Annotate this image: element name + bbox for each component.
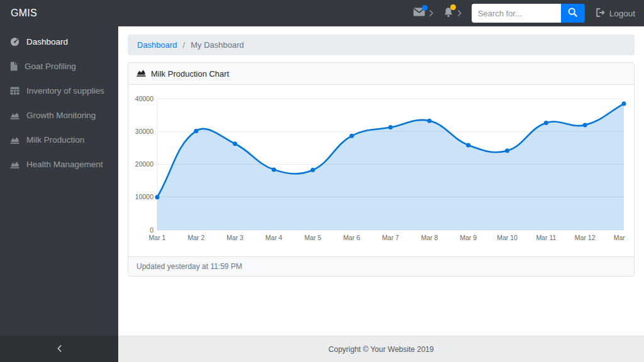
sign-out-icon: [596, 8, 605, 19]
card-updated-text: Updated yesterday at 11:59 PM: [136, 262, 242, 271]
file-icon: [10, 62, 18, 71]
svg-text:Mar 3: Mar 3: [226, 234, 243, 241]
svg-text:20000: 20000: [135, 160, 153, 168]
page-footer: Copyright © Your Website 2019: [118, 336, 644, 362]
svg-text:10000: 10000: [135, 193, 153, 200]
chevron-right-icon: [458, 10, 462, 16]
search-button[interactable]: [561, 4, 585, 23]
milk-production-card: Milk Production Chart 010000200003000040…: [128, 62, 635, 277]
sidebar-item-label: Health Management: [26, 160, 103, 169]
sidebar-footer: [0, 336, 118, 362]
breadcrumb-current: My Dashboard: [191, 40, 244, 50]
breadcrumb-link-dashboard[interactable]: Dashboard: [137, 40, 177, 50]
chart-area-icon: [10, 111, 19, 119]
sidebar-item-dashboard[interactable]: Dashboard: [0, 30, 118, 54]
sidebar-item-label: Milk Production: [26, 135, 84, 145]
chevron-right-icon: [430, 10, 433, 16]
svg-text:Mar 2: Mar 2: [187, 234, 204, 241]
top-navbar: GMIS: [0, 0, 644, 26]
alerts-badge: [450, 4, 456, 10]
svg-text:0: 0: [150, 226, 153, 234]
svg-text:Mar 12: Mar 12: [575, 234, 596, 241]
card-body: 010000200003000040000Mar 1Mar 2Mar 3Mar …: [128, 85, 634, 256]
logout-button[interactable]: Logout: [596, 8, 635, 19]
sidebar-item-label: Inventory of supplies: [26, 86, 104, 96]
svg-text:Mar 11: Mar 11: [536, 234, 556, 241]
sidebar-item-inventory[interactable]: Inventory of supplies: [0, 79, 118, 103]
main-content: Dashboard / My Dashboard Milk Production…: [118, 26, 644, 336]
chart-area-icon: [10, 160, 19, 168]
navbar-right: Logout: [413, 4, 644, 23]
table-icon: [10, 87, 19, 95]
svg-text:Mar 1: Mar 1: [149, 234, 166, 241]
app-brand[interactable]: GMIS: [0, 8, 113, 19]
svg-text:Mar 4: Mar 4: [265, 234, 282, 241]
chart-area-icon: [10, 136, 19, 144]
svg-text:Mar 9: Mar 9: [460, 234, 477, 241]
svg-text:Mar 10: Mar 10: [497, 234, 518, 241]
sidebar-item-health-management[interactable]: Health Management: [0, 152, 118, 177]
sidebar-item-label: Goat Profiling: [25, 62, 76, 71]
logout-label: Logout: [609, 9, 635, 18]
sidebar-item-milk-production[interactable]: Milk Production: [0, 128, 118, 152]
search-form: [472, 4, 585, 23]
search-icon: [568, 8, 577, 19]
svg-text:30000: 30000: [135, 128, 153, 135]
card-footer: Updated yesterday at 11:59 PM: [128, 256, 634, 276]
card-header: Milk Production Chart: [128, 63, 634, 85]
sidebar-item-goat-profiling[interactable]: Goat Profiling: [0, 54, 118, 79]
svg-text:Mar 8: Mar 8: [421, 234, 438, 241]
breadcrumb-separator: /: [183, 40, 186, 50]
svg-text:Mar 13: Mar 13: [614, 234, 628, 241]
sidebar-nav: Dashboard Goat Profiling Inventory of su…: [0, 26, 118, 336]
alerts-dropdown-toggle[interactable]: [443, 7, 453, 20]
breadcrumb: Dashboard / My Dashboard: [128, 35, 635, 55]
svg-text:40000: 40000: [135, 95, 153, 102]
chart-area-icon: [136, 69, 146, 79]
sidebar-item-label: Growth Monitoring: [26, 111, 96, 120]
svg-text:Mar 6: Mar 6: [343, 234, 360, 241]
svg-text:Mar 5: Mar 5: [304, 234, 321, 241]
sidebar-item-growth-monitoring[interactable]: Growth Monitoring: [0, 103, 118, 128]
milk-production-area-chart: 010000200003000040000Mar 1Mar 2Mar 3Mar …: [135, 91, 628, 248]
angle-left-icon: [57, 343, 62, 354]
copyright-text: Copyright © Your Website 2019: [328, 345, 433, 354]
card-title: Milk Production Chart: [151, 69, 229, 79]
messages-badge: [422, 5, 428, 11]
search-input[interactable]: [472, 4, 561, 23]
sidebar-item-label: Dashboard: [26, 37, 68, 47]
tachometer-icon: [10, 37, 19, 47]
messages-dropdown-toggle[interactable]: [413, 8, 425, 19]
svg-text:Mar 7: Mar 7: [382, 234, 399, 241]
sidebar-collapse-button[interactable]: [47, 339, 72, 358]
